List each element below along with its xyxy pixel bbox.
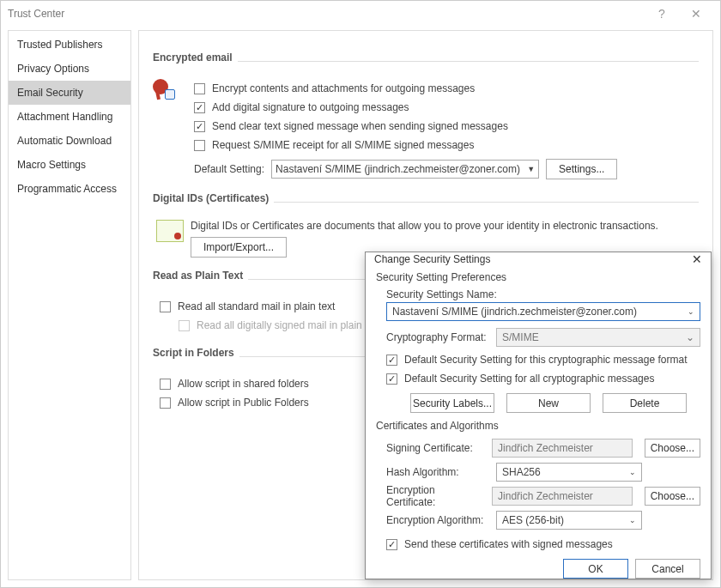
default-all-checkbox[interactable]	[386, 373, 397, 385]
titlebar: Trust Center ? ✕	[1, 1, 720, 27]
default-setting-value: Nastavení S/MIME (jindrich.zechmeister@z…	[276, 163, 520, 175]
settings-name-value: Nastavení S/MIME (jindrich.zechmeister@z…	[392, 306, 637, 318]
field-label: Encryption Algorithm:	[386, 514, 489, 526]
ok-button[interactable]: OK	[563, 559, 628, 579]
dialog-titlebar: Change Security Settings ✕	[366, 252, 711, 266]
checkbox-label: Allow script in Public Folders	[178, 397, 309, 409]
checkbox[interactable]	[194, 121, 205, 132]
checkbox[interactable]	[160, 301, 171, 312]
field-label: Hash Algorithm:	[386, 466, 489, 478]
certificate-icon	[156, 220, 184, 242]
default-format-checkbox[interactable]	[386, 355, 397, 366]
default-setting-combo[interactable]: Nastavení S/MIME (jindrich.zechmeister@z…	[271, 160, 539, 179]
crypto-format-label: Cryptography Format:	[386, 331, 489, 343]
nav-sidebar: Trusted PublishersPrivacy OptionsEmail S…	[8, 30, 131, 580]
section-digital-ids: Digital IDs (Certificates)	[153, 192, 269, 204]
shield-lock-icon	[153, 79, 184, 106]
section-plain-text: Read as Plain Text	[153, 270, 243, 282]
nav-item-email-security[interactable]: Email Security	[9, 81, 130, 105]
checkbox-label: Encrypt contents and attachments for out…	[212, 82, 475, 94]
checkbox-label: Request S/MIME receipt for all S/MIME si…	[212, 139, 474, 151]
choose-button[interactable]: Choose...	[645, 487, 700, 506]
checkbox-label: Read all standard mail in plain text	[178, 300, 335, 312]
field-label: Encryption Certificate:	[386, 484, 485, 508]
default-setting-label: Default Setting:	[194, 163, 264, 175]
dialog-title: Change Security Settings	[374, 253, 490, 265]
checkbox-label: Add digital signature to outgoing messag…	[212, 101, 409, 113]
send-certs-label: Send these certificates with signed mess…	[404, 538, 613, 550]
window-title: Trust Center	[8, 8, 645, 20]
crypto-format-value: S/MIME	[502, 331, 539, 343]
algorithm-combo[interactable]: AES (256-bit)⌄	[496, 511, 642, 530]
nav-item-macro-settings[interactable]: Macro Settings	[9, 153, 130, 177]
nav-item-trusted-publishers[interactable]: Trusted Publishers	[9, 33, 130, 57]
cancel-button[interactable]: Cancel	[635, 559, 700, 579]
checkbox	[179, 320, 190, 331]
settings-button[interactable]: Settings...	[546, 159, 617, 179]
field-label: Signing Certificate:	[386, 442, 485, 454]
readonly-field: Jindřich Zechmeister	[492, 487, 633, 506]
checkbox-label: Allow script in shared folders	[178, 378, 309, 390]
nav-item-privacy-options[interactable]: Privacy Options	[9, 57, 130, 81]
checkbox-label: Read all digitally signed mail in plain …	[197, 319, 381, 331]
default-all-label: Default Security Setting for all cryptog…	[404, 373, 654, 385]
checkbox[interactable]	[194, 83, 205, 94]
change-security-settings-dialog: Change Security Settings ✕ Security Sett…	[365, 252, 712, 579]
security-preferences-label: Security Setting Preferences	[376, 271, 700, 283]
section-encrypted-email: Encrypted email	[153, 52, 233, 64]
readonly-field: Jindřich Zechmeister	[492, 439, 633, 458]
newbutton[interactable]: New	[506, 393, 591, 413]
certs-algorithms-label: Certificates and Algorithms	[376, 420, 700, 432]
nav-item-attachment-handling[interactable]: Attachment Handling	[9, 105, 130, 129]
checkbox[interactable]	[194, 140, 205, 151]
default-format-label: Default Security Setting for this crypto…	[404, 354, 687, 366]
checkbox[interactable]	[160, 397, 171, 409]
close-icon[interactable]: ✕	[679, 7, 713, 21]
deletebutton[interactable]: Delete	[603, 393, 687, 413]
digital-ids-desc: Digital IDs or Certificates are document…	[191, 220, 699, 232]
settings-name-combo[interactable]: Nastavení S/MIME (jindrich.zechmeister@z…	[386, 302, 700, 321]
crypto-format-combo[interactable]: S/MIME⌄	[496, 328, 700, 347]
nav-item-automatic-download[interactable]: Automatic Download	[9, 129, 130, 153]
security-labels-button[interactable]: Security Labels...	[410, 393, 494, 413]
section-script-folders: Script in Folders	[153, 347, 234, 359]
checkbox[interactable]	[194, 102, 205, 113]
checkbox-label: Send clear text signed message when send…	[212, 120, 508, 132]
dialog-close-icon[interactable]: ✕	[692, 252, 702, 266]
send-certs-checkbox[interactable]	[386, 539, 397, 550]
help-button[interactable]: ?	[645, 7, 679, 21]
nav-item-programmatic-access[interactable]: Programmatic Access	[9, 177, 130, 201]
algorithm-combo[interactable]: SHA256⌄	[496, 463, 642, 482]
settings-name-label: Security Settings Name:	[386, 288, 700, 300]
choose-button[interactable]: Choose...	[645, 439, 700, 458]
import-export-button[interactable]: Import/Export...	[191, 237, 287, 258]
checkbox[interactable]	[160, 379, 171, 390]
